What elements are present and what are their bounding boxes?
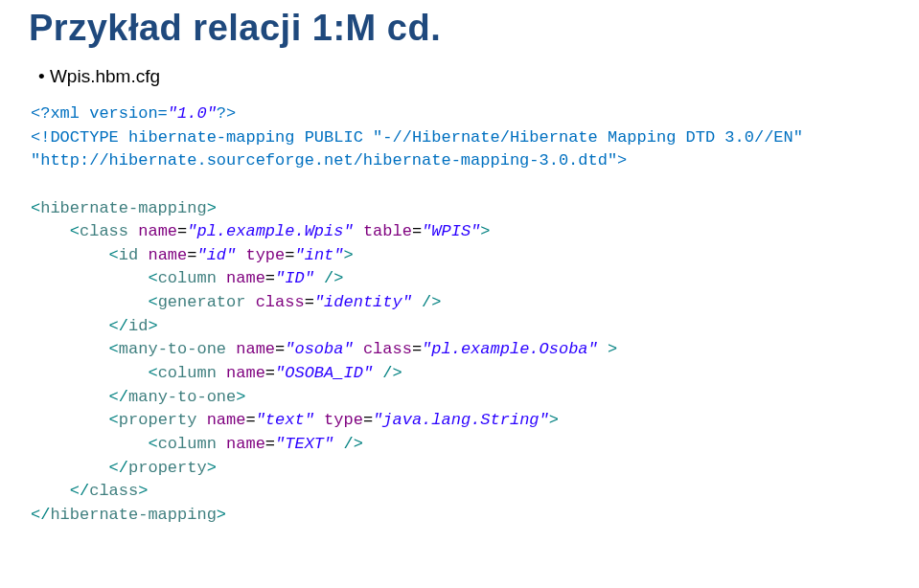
code-text: > — [148, 317, 157, 335]
code-text: /> — [314, 269, 344, 287]
code-text: = — [285, 246, 294, 264]
code-text: = — [275, 340, 285, 358]
code-text: column — [158, 269, 217, 287]
code-text: < — [31, 435, 158, 453]
code-text: = — [177, 222, 187, 240]
code-text: type — [236, 246, 285, 264]
code-text: table — [354, 222, 412, 240]
code-text: > — [207, 199, 217, 217]
code-text: many-to-one — [128, 388, 236, 406]
code-text: = — [245, 411, 255, 429]
code-text: > — [549, 411, 559, 429]
code-text: = — [187, 246, 196, 264]
code-text: id — [128, 317, 148, 335]
code-text: name — [138, 246, 187, 264]
code-text: generator — [158, 293, 246, 311]
code-text: </ — [31, 506, 50, 524]
code-text: "ID" — [275, 269, 314, 287]
code-text: > — [617, 151, 627, 170]
code-text: > — [480, 222, 490, 240]
code-text: < — [31, 340, 119, 358]
code-text: </ — [31, 459, 128, 477]
bullet-item: Wpis.hbm.cfg — [38, 66, 890, 87]
code-text: "pl.example.Wpis" — [187, 222, 353, 240]
code-text: "identity" — [314, 293, 412, 311]
code-text: > — [344, 246, 354, 264]
code-text: < — [31, 222, 80, 240]
code-text: < — [31, 199, 40, 217]
code-text: > — [207, 459, 217, 477]
code-text: name — [217, 435, 265, 453]
code-text: = — [363, 411, 373, 429]
slide-title: Przykład relacji 1:M cd. — [29, 8, 890, 49]
code-text: "text" — [256, 411, 314, 429]
code-text: name — [196, 411, 245, 429]
code-text: /> — [373, 364, 402, 382]
code-text: class — [89, 482, 138, 500]
code-text: </ — [31, 482, 89, 500]
code-text: = — [412, 340, 422, 358]
code-text: id — [119, 246, 138, 264]
code-text: ?> — [217, 104, 236, 123]
code-text: /> — [412, 293, 442, 311]
code-text: column — [158, 364, 217, 382]
code-text: class — [245, 293, 304, 311]
code-text: = — [265, 269, 275, 287]
code-text: = — [412, 222, 422, 240]
code-text: > — [217, 506, 226, 524]
code-text: class — [80, 222, 128, 240]
code-text: hibernate-mapping — [40, 199, 206, 217]
code-text: property — [119, 411, 197, 429]
code-text: > — [138, 482, 148, 500]
code-text: <?xml version= — [31, 104, 168, 123]
code-text: PUBLIC — [305, 128, 363, 147]
code-text: "pl.example.Osoba" — [422, 340, 598, 358]
code-text: < — [31, 411, 119, 429]
code-text: > — [236, 388, 245, 406]
code-text: < — [31, 246, 119, 264]
code-text: "-//Hibernate/Hibernate Mapping DTD 3.0/… — [363, 128, 803, 147]
code-text: "id" — [196, 246, 236, 264]
code-text: < — [31, 269, 158, 287]
code-text: /> — [333, 435, 363, 453]
code-text: many-to-one — [119, 340, 226, 358]
code-text: "int" — [294, 246, 343, 264]
code-text: </ — [31, 317, 128, 335]
code-text: name — [217, 269, 265, 287]
code-text: "WPIS" — [422, 222, 480, 240]
code-text: name — [226, 340, 275, 358]
code-text: < — [31, 293, 158, 311]
code-text: hibernate-mapping — [119, 128, 305, 147]
code-text: type — [314, 411, 363, 429]
slide-content: Przykład relacji 1:M cd. Wpis.hbm.cfg <?… — [0, 0, 919, 547]
code-text: hibernate-mapping — [50, 506, 216, 524]
code-text: "1.0" — [168, 104, 217, 123]
code-text: "http://hibernate.sourceforge.net/hibern… — [31, 151, 617, 170]
code-text: "java.lang.String" — [373, 411, 549, 429]
code-text: name — [217, 364, 265, 382]
code-text: > — [598, 340, 617, 358]
code-text: name — [128, 222, 177, 240]
code-text: "OSOBA_ID" — [275, 364, 373, 382]
code-text: column — [158, 435, 217, 453]
code-text: < — [31, 364, 158, 382]
code-text: property — [128, 459, 207, 477]
code-text: "osoba" — [285, 340, 353, 358]
code-text: class — [354, 340, 412, 358]
code-listing: <?xml version="1.0"?> <!DOCTYPE hibernat… — [31, 102, 890, 528]
code-text: = — [305, 293, 314, 311]
code-text: = — [265, 364, 275, 382]
code-text: </ — [31, 388, 128, 406]
code-text: = — [265, 435, 275, 453]
code-text: <!DOCTYPE — [31, 128, 119, 147]
code-text: "TEXT" — [275, 435, 333, 453]
